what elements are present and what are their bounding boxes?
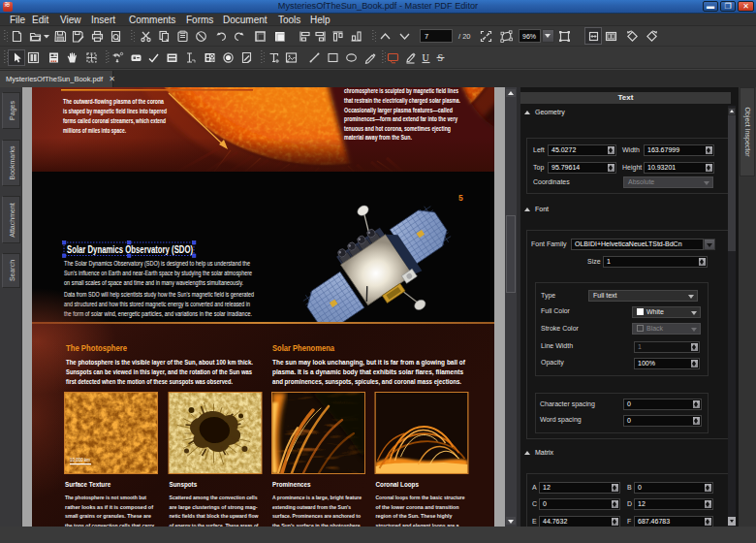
svg-text:Data from SDO will help scient: Data from SDO will help scientists study… <box>64 291 254 299</box>
svg-text:of the lower corona and transi: of the lower corona and transition <box>376 504 459 510</box>
svg-text:forms called coronal streamers: forms called coronal streamers, which ex… <box>63 117 166 125</box>
svg-text:that restrain the electrically: that restrain the electrically charged s… <box>344 97 460 105</box>
svg-text:The photosphere is not smooth: The photosphere is not smooth but <box>65 495 146 500</box>
svg-text:The outward-flowing plasma of: The outward-flowing plasma of the corona <box>63 98 164 106</box>
svg-text:surface. Prominences are ancho: surface. Prominences are anchored to <box>272 513 361 519</box>
svg-text:region of the Sun. These highl: region of the Sun. These highly <box>376 513 454 519</box>
svg-text:Surface Texture: Surface Texture <box>65 481 111 488</box>
svg-text:material away from the Sun.: material away from the Sun. <box>344 134 412 142</box>
svg-text:tenuous and hot corona, someti: tenuous and hot corona, sometimes ejecti… <box>344 125 451 133</box>
svg-text:Coronal loops form the basic s: Coronal loops form the basic structure <box>376 495 466 500</box>
svg-text:10,000 km: 10,000 km <box>70 458 90 463</box>
svg-text:The Photosphere: The Photosphere <box>66 343 127 353</box>
svg-text:Solar Phenomena: Solar Phenomena <box>272 343 335 353</box>
svg-text:is shaped by magnetic field li: is shaped by magnetic field lines into t… <box>63 108 167 115</box>
svg-text:first detected when the motion: first detected when the motion of these … <box>66 378 233 386</box>
svg-text:Sunspots can be viewed in this: Sunspots can be viewed in this layer, an… <box>66 368 252 376</box>
svg-text:and prominences, sunspots, spi: and prominences, sunspots, spicules, and… <box>272 378 461 386</box>
svg-text:Coronal Loops: Coronal Loops <box>376 481 420 489</box>
svg-text:millions of miles into space.: millions of miles into space. <box>63 127 126 135</box>
svg-text:rather looks as if it is compo: rather looks as if it is composed of <box>65 504 154 510</box>
svg-text:chromosphere is sculpted by ma: chromosphere is sculpted by magnetic fie… <box>344 87 458 95</box>
svg-text:U: U <box>422 52 429 63</box>
svg-text:Prominences: Prominences <box>272 481 311 488</box>
svg-text:The Solar Dynamics Observatory: The Solar Dynamics Observatory (SDO) is … <box>64 260 250 268</box>
svg-text:Sun's influence on Earth and n: Sun's influence on Earth and near-Earth … <box>64 270 252 277</box>
svg-text:The photosphere is the visible: The photosphere is the visible layer of … <box>66 359 253 367</box>
svg-text:Occasionally larger plasma fea: Occasionally larger plasma features—call… <box>344 107 453 114</box>
svg-text:small grains or granules. Thes: small grains or granules. These are <box>65 513 152 519</box>
svg-text:extending outward from the Sun: extending outward from the Sun's <box>272 504 352 510</box>
svg-text:prominences—form and extend fa: prominences—form and extend far into the… <box>344 115 457 123</box>
svg-text:The sun may look unchanging, b: The sun may look unchanging, but it is f… <box>272 359 466 367</box>
svg-text:Sunspots: Sunspots <box>170 481 198 489</box>
svg-text:on small scales of space and t: on small scales of space and time and in… <box>64 279 243 287</box>
svg-text:are large clusterings of stron: are large clusterings of strong mag- <box>170 504 258 510</box>
svg-text:5: 5 <box>458 193 463 203</box>
svg-text:plasma. It is a dynamic body t: plasma. It is a dynamic body that exhibi… <box>272 368 463 376</box>
svg-text:Scattered among the convection: Scattered among the convection cells <box>170 495 259 500</box>
svg-text:Solar Dynamics Observatory (SD: Solar Dynamics Observatory (SDO) <box>67 243 193 255</box>
svg-text:netic fields that block the up: netic fields that block the upward flow <box>170 513 259 519</box>
svg-text:A prominence is a large, brigh: A prominence is a large, bright feature <box>272 495 362 500</box>
